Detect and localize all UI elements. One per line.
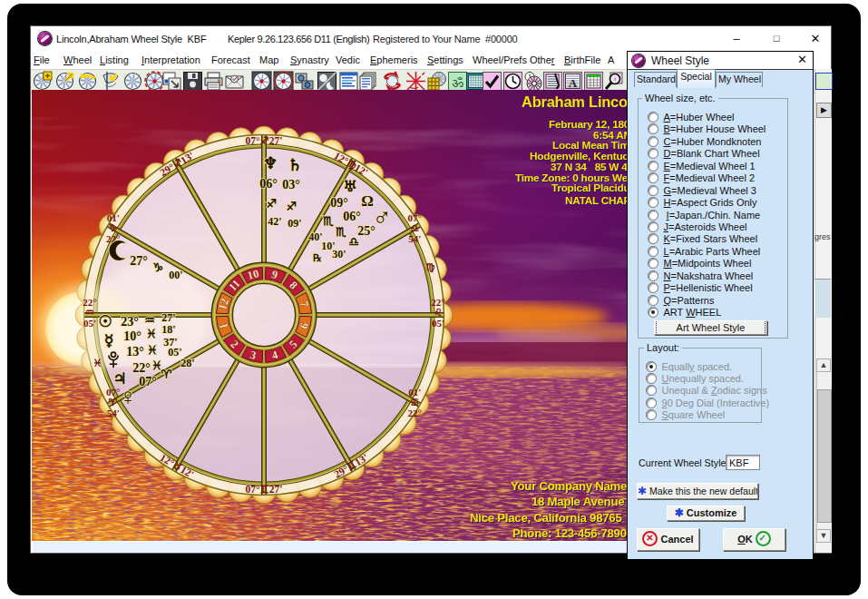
svg-text:00': 00' xyxy=(169,269,182,281)
svg-text:01': 01' xyxy=(408,387,421,398)
svg-text:♓︎: ♓︎ xyxy=(147,343,158,357)
svg-text:28': 28' xyxy=(180,357,194,369)
svg-text:42': 42' xyxy=(268,215,281,228)
svg-text:03°: 03° xyxy=(282,178,300,191)
svg-text:09': 09' xyxy=(288,217,301,230)
svg-text:10°: 10° xyxy=(123,329,141,343)
svg-text:♒︎: ♒︎ xyxy=(85,307,94,318)
svg-text:♈︎: ♈︎ xyxy=(161,368,171,381)
svg-text:27': 27' xyxy=(161,311,175,324)
svg-text:01': 01' xyxy=(107,212,120,223)
svg-text:♎︎: ♎︎ xyxy=(410,222,419,233)
svg-text:30': 30' xyxy=(332,248,346,260)
svg-text:07°: 07° xyxy=(106,387,120,398)
svg-text:09°: 09° xyxy=(330,196,348,210)
svg-text:18': 18' xyxy=(161,323,175,336)
svg-text:♐︎: ♐︎ xyxy=(266,197,277,211)
svg-text:Your Company Name: Your Company Name xyxy=(511,479,627,493)
svg-text:06°: 06° xyxy=(343,210,361,223)
svg-text:♆︎: ♆︎ xyxy=(263,154,278,172)
svg-text:07°: 07° xyxy=(408,212,422,223)
svg-text:54': 54' xyxy=(107,408,120,418)
svg-text:23°: 23° xyxy=(121,315,139,329)
svg-text:22°: 22° xyxy=(132,361,151,375)
svg-text:A: A xyxy=(569,76,578,90)
svg-text:07°: 07° xyxy=(139,375,157,388)
svg-text:22°: 22° xyxy=(431,297,444,308)
svg-text:♏︎: ♏︎ xyxy=(335,225,346,239)
svg-text:Phone: 123-456-7890: Phone: 123-456-7890 xyxy=(512,526,627,540)
svg-text:05': 05' xyxy=(83,318,96,329)
svg-text:25°: 25° xyxy=(357,224,375,238)
svg-text:☉︎: ☉︎ xyxy=(98,313,112,330)
svg-text:NATAL CHART for: NATAL CHART for xyxy=(565,194,627,207)
svg-text:27°: 27° xyxy=(130,254,148,268)
svg-text:♎︎: ♎︎ xyxy=(348,235,359,249)
svg-text:♀︎: ♀︎ xyxy=(119,384,137,410)
svg-text:℞︎: ℞︎ xyxy=(313,252,322,263)
svg-text:♒︎: ♒︎ xyxy=(144,313,155,327)
svg-text:♀: ♀ xyxy=(612,75,618,83)
svg-text:18 Maple Avenue: 18 Maple Avenue xyxy=(532,495,624,508)
svg-text:Nice Place, California 98765: Nice Place, California 98765 xyxy=(470,511,621,525)
svg-text:♓︎: ♓︎ xyxy=(146,327,157,340)
svg-text:Abraham Lincoln: Abraham Lincoln xyxy=(522,93,627,110)
svg-text:ॐ: ॐ xyxy=(452,75,463,90)
svg-text:06°: 06° xyxy=(259,177,278,191)
svg-text:07°♊︎27': 07°♊︎27' xyxy=(245,484,282,495)
svg-text:22°: 22° xyxy=(83,297,96,308)
svg-text:♅︎: ♅︎ xyxy=(343,178,356,195)
svg-text:22°: 22° xyxy=(408,408,422,418)
svg-text:♑︎: ♑︎ xyxy=(109,222,118,233)
svg-text:♍︎: ♍︎ xyxy=(425,261,435,273)
svg-text:☿︎: ☿︎ xyxy=(104,332,113,349)
svg-text:05': 05' xyxy=(432,318,444,329)
svg-text:♏︎: ♏︎ xyxy=(322,214,334,228)
svg-text:♑︎: ♑︎ xyxy=(152,260,163,274)
svg-text:07°♐︎27': 07°♐︎27' xyxy=(245,135,282,146)
svg-text:♐︎: ♐︎ xyxy=(286,200,297,213)
svg-text:♌︎: ♌︎ xyxy=(434,307,443,318)
svg-text:Tropical Placidus Ho: Tropical Placidus Ho xyxy=(551,182,627,194)
svg-text:♄︎: ♄︎ xyxy=(288,156,302,174)
svg-text:54': 54' xyxy=(408,233,421,244)
svg-text:♋︎: ♋︎ xyxy=(410,397,419,408)
svg-text:♓︎: ♓︎ xyxy=(93,358,102,368)
svg-text:♈︎: ♈︎ xyxy=(109,397,118,408)
svg-text:13°: 13° xyxy=(126,345,144,358)
